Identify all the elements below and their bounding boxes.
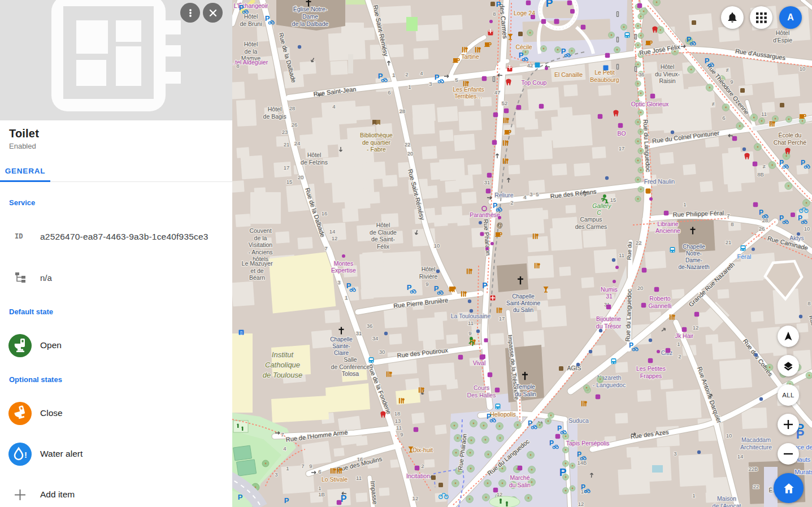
svg-text:P: P bbox=[435, 73, 440, 81]
svg-text:31: 31 bbox=[606, 293, 613, 300]
svg-text:2: 2 bbox=[421, 463, 424, 469]
svg-text:P: P bbox=[557, 424, 562, 432]
svg-text:8B: 8B bbox=[757, 171, 764, 177]
svg-text:d'Espie: d'Espie bbox=[773, 37, 792, 44]
svg-text:22B: 22B bbox=[749, 466, 758, 472]
svg-text:22: 22 bbox=[405, 141, 411, 148]
svg-text:10: 10 bbox=[800, 66, 806, 72]
svg-text:1: 1 bbox=[677, 341, 680, 347]
svg-text:Heliopolis: Heliopolis bbox=[490, 411, 516, 418]
svg-text:3: 3 bbox=[674, 450, 676, 457]
svg-text:P: P bbox=[519, 51, 524, 59]
svg-text:de Bruni: de Bruni bbox=[240, 20, 262, 27]
svg-text:P: P bbox=[779, 159, 784, 167]
svg-text:P: P bbox=[284, 496, 289, 505]
svg-text:Hôtel: Hôtel bbox=[422, 266, 436, 272]
svg-text:28: 28 bbox=[400, 108, 406, 114]
svg-text:de la: de la bbox=[254, 235, 267, 241]
svg-text:1: 1 bbox=[318, 485, 321, 491]
svg-text:et de: et de bbox=[250, 267, 264, 274]
svg-text:Fred Naulin: Fred Naulin bbox=[644, 178, 675, 185]
svg-text:Hôtel: Hôtel bbox=[244, 13, 258, 20]
svg-text:1: 1 bbox=[345, 294, 348, 301]
svg-text:8: 8 bbox=[807, 300, 810, 306]
svg-text:du Vieux-: du Vieux- bbox=[655, 71, 680, 77]
svg-text:1: 1 bbox=[392, 72, 395, 78]
svg-text:P: P bbox=[238, 493, 243, 501]
svg-text:@: @ bbox=[497, 222, 503, 228]
svg-text:P: P bbox=[559, 466, 567, 478]
svg-text:Beaubourg: Beaubourg bbox=[590, 76, 619, 83]
svg-text:Le Mazuyer: Le Mazuyer bbox=[242, 260, 273, 267]
svg-text:de Toulouse: de Toulouse bbox=[263, 371, 302, 379]
svg-text:Raisin: Raisin bbox=[659, 77, 675, 84]
svg-text:- Fabre: - Fabre bbox=[367, 146, 386, 153]
svg-text:P: P bbox=[561, 47, 566, 55]
svg-text:7: 7 bbox=[324, 245, 327, 252]
svg-text:P: P bbox=[493, 202, 497, 210]
svg-text:de quartier: de quartier bbox=[362, 139, 391, 146]
svg-text:P: P bbox=[798, 214, 802, 222]
svg-text:Numis: Numis bbox=[601, 286, 618, 293]
svg-text:Dame: Dame bbox=[302, 13, 318, 20]
svg-text:de la: de la bbox=[245, 48, 258, 55]
svg-text:Hôtel: Hôtel bbox=[376, 222, 390, 228]
svg-text:du Salin: du Salin bbox=[515, 391, 536, 397]
svg-text:Lo Stivale: Lo Stivale bbox=[322, 476, 348, 483]
svg-text:- Anciens: - Anciens bbox=[248, 249, 272, 255]
svg-text:Hôtel: Hôtel bbox=[661, 63, 675, 70]
svg-text:36: 36 bbox=[367, 323, 373, 329]
svg-text:≠: ≠ bbox=[726, 67, 728, 73]
svg-text:El Canaille: El Canaille bbox=[554, 71, 583, 78]
svg-text:P: P bbox=[528, 419, 532, 427]
svg-text:Chapelle: Chapelle bbox=[330, 336, 353, 343]
svg-text:12: 12 bbox=[332, 235, 338, 241]
svg-text:P: P bbox=[759, 209, 763, 216]
svg-text:Librairie: Librairie bbox=[657, 220, 679, 227]
svg-text:10: 10 bbox=[804, 226, 810, 232]
svg-text:Ancienne: Ancienne bbox=[655, 227, 680, 234]
svg-text:Tapis Persépolis: Tapis Persépolis bbox=[566, 440, 609, 447]
svg-text:Notre-: Notre- bbox=[686, 250, 702, 257]
svg-text:Tartine: Tartine bbox=[461, 53, 479, 60]
svg-text:17: 17 bbox=[499, 315, 505, 322]
svg-text:Institut: Institut bbox=[272, 350, 294, 359]
svg-text:Béarn: Béarn bbox=[249, 274, 265, 281]
svg-text:de l'Avocat: de l'Avocat bbox=[713, 502, 741, 507]
svg-text:C: C bbox=[597, 209, 601, 216]
svg-text:3: 3 bbox=[337, 279, 340, 285]
svg-text:de Saint-: de Saint- bbox=[371, 236, 396, 242]
svg-text:Dix-huit: Dix-huit bbox=[412, 447, 433, 453]
svg-text:6: 6 bbox=[722, 115, 725, 121]
svg-text:Marché: Marché bbox=[510, 474, 529, 481]
svg-text:de la Dalbade: de la Dalbade bbox=[292, 20, 329, 27]
svg-text:du Salin: du Salin bbox=[513, 307, 533, 313]
svg-text:4: 4 bbox=[283, 445, 286, 452]
svg-text:26: 26 bbox=[292, 122, 298, 128]
svg-text:4: 4 bbox=[420, 70, 423, 76]
svg-text:9: 9 bbox=[730, 79, 733, 85]
svg-text:Bibliothèque: Bibliothèque bbox=[360, 132, 393, 138]
svg-text:Rivière: Rivière bbox=[419, 273, 438, 280]
svg-text:Chat Perché: Chat Perché bbox=[774, 139, 807, 146]
svg-text:3: 3 bbox=[529, 191, 532, 197]
svg-text:Maison: Maison bbox=[717, 495, 736, 502]
svg-text:Chapelle: Chapelle bbox=[683, 244, 705, 250]
svg-text:Optic Glorieux: Optic Glorieux bbox=[631, 101, 669, 107]
svg-text:P: P bbox=[378, 72, 383, 80]
svg-text:Vival: Vival bbox=[473, 359, 486, 366]
svg-text:Hôtel: Hôtel bbox=[268, 106, 282, 112]
svg-text:8: 8 bbox=[731, 221, 733, 227]
svg-text:Tolosa: Tolosa bbox=[342, 370, 359, 377]
svg-text:Montes: Montes bbox=[334, 260, 353, 267]
svg-text:Gallery: Gallery bbox=[592, 202, 611, 209]
svg-text:de Felzins: de Felzins bbox=[301, 159, 328, 166]
svg-text:23: 23 bbox=[282, 129, 288, 135]
svg-text:7: 7 bbox=[301, 463, 304, 469]
svg-text:34: 34 bbox=[372, 335, 379, 341]
svg-text:17: 17 bbox=[619, 145, 625, 151]
svg-text:20: 20 bbox=[407, 150, 414, 157]
svg-text:17: 17 bbox=[284, 164, 290, 171]
svg-text:Architecture: Architecture bbox=[740, 444, 772, 450]
svg-text:Paranthèse: Paranthèse bbox=[470, 211, 500, 218]
